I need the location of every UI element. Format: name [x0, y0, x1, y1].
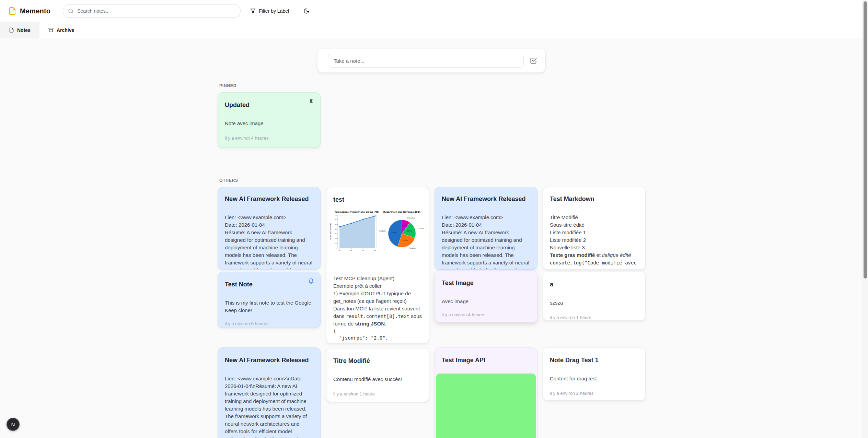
note-line: Sous-titre édité — [550, 221, 638, 229]
note-line: Liste modifiée 1 — [550, 229, 638, 236]
svg-text:60: 60 — [335, 219, 337, 221]
note-card-a[interactable]: a szsza il y a environ 1 heure — [543, 272, 646, 321]
note-card-test-image[interactable]: Test Image Avec image il y a environ 4 h… — [435, 270, 537, 322]
svg-text:Q2: Q2 — [350, 249, 352, 251]
notes-file-icon — [9, 27, 14, 33]
note-paragraph: 1) Exemple d'OUTPUT typique de get_notes… — [333, 290, 422, 305]
note-timestamp: il y a environ 4 heures — [225, 135, 313, 141]
take-a-note-input[interactable] — [328, 54, 524, 68]
svg-text:Services: Services — [409, 247, 416, 249]
note-card-test-markdown[interactable]: Test Markdown Titre Modifié Sous-titre é… — [543, 187, 646, 270]
note-card-test[interactable]: test Croissance Trimestrielle du CA (M€)… — [326, 187, 429, 344]
search-input[interactable] — [77, 8, 235, 14]
note-body: Lien: <www.example.com> Date: 2026-01-04… — [225, 214, 313, 270]
memento-file-icon — [8, 7, 16, 15]
note-body: This is my first note to test the Google… — [225, 299, 313, 314]
note-body: Lien: <www.example.com> Date: 2026-01-04… — [442, 214, 530, 270]
tab-notes[interactable]: Notes — [0, 22, 39, 38]
note-line: Liste modifiée 2 — [550, 236, 638, 244]
note-card-test-note[interactable]: Test Note This is my first note to test … — [218, 272, 321, 328]
note-timestamp: il y a environ 2 heures — [550, 391, 638, 396]
note-body: Content for drag test — [550, 375, 638, 382]
svg-text:10: 10 — [335, 242, 337, 244]
note-card-ai-framework-3[interactable]: New AI Framework Released Lien: <www.exa… — [218, 347, 321, 438]
code-block: { "jsonrpc": "2.0", "id": 4,… — [333, 328, 422, 344]
note-title: Test Markdown — [550, 195, 638, 203]
checkbox-icon — [530, 57, 537, 64]
note-timestamp: il y a environ 6 heures — [225, 321, 313, 326]
new-checklist-button[interactable] — [529, 56, 538, 66]
note-card-ai-framework-1[interactable]: New AI Framework Released Lien: <www.exa… — [218, 187, 321, 270]
filter-by-label-button[interactable]: Filter by Label — [247, 5, 292, 16]
moon-icon — [303, 8, 310, 14]
svg-text:40: 40 — [335, 228, 337, 230]
note-title: test — [333, 196, 422, 204]
svg-text:25.0%: 25.0% — [403, 240, 408, 241]
svg-text:10.0%: 10.0% — [402, 225, 407, 227]
avatar-initial: N — [11, 422, 15, 427]
note-title: New AI Framework Released — [442, 195, 530, 203]
scrollbar-thumb[interactable] — [864, 1, 867, 279]
search-box[interactable] — [63, 4, 241, 18]
note-image-green[interactable] — [436, 374, 536, 438]
tab-archive-label: Archive — [57, 27, 74, 33]
note-title: Note Drag Test 1 — [550, 356, 638, 365]
others-section-label: OTHERS — [219, 178, 238, 183]
note-body: Contenu modifié avec succès! — [333, 376, 422, 383]
tab-archive[interactable]: Archive — [39, 22, 83, 38]
svg-text:Produits: Produits — [379, 230, 386, 232]
app-logo: Memento — [8, 7, 50, 15]
pinned-section-label: PINNED — [219, 83, 236, 88]
note-timestamp: il y a environ 1 heure — [333, 391, 422, 396]
note-card-test-image-api[interactable]: Test Image API — [435, 347, 537, 438]
svg-text:Répartition des Revenus 2024: Répartition des Revenus 2024 — [383, 211, 421, 213]
archive-box-icon — [48, 27, 54, 33]
search-icon — [68, 8, 74, 14]
note-body: szsza — [550, 299, 638, 307]
note-timestamp: il y a environ 4 heures — [442, 312, 530, 317]
note-title: New AI Framework Released — [225, 356, 313, 365]
note-card-updated[interactable]: Updated Note avec image il y a environ 4… — [218, 92, 321, 148]
note-card-ai-framework-2[interactable]: New AI Framework Released Lien: <www.exa… — [435, 187, 537, 270]
note-title: Updated — [225, 101, 313, 109]
svg-text:Q1: Q1 — [338, 249, 340, 251]
note-paragraph: Test MCP Cleanup (Agent) — Exemple prêt … — [333, 275, 422, 290]
filter-funnel-icon — [250, 8, 256, 14]
svg-text:Licences: Licences — [418, 228, 425, 229]
notes-board: PINNED OTHERS Updated Note avec image il… — [0, 38, 868, 438]
svg-text:45.0%: 45.0% — [392, 232, 396, 233]
scrollbar-track[interactable] — [863, 0, 868, 438]
note-line: Texte gras modifié et italique édité — [550, 251, 638, 259]
note-title: New AI Framework Released — [225, 195, 313, 203]
view-tabs: Notes Archive — [0, 22, 868, 38]
svg-text:30: 30 — [335, 233, 337, 235]
note-body: Note avec image — [225, 120, 313, 127]
svg-text:70: 70 — [335, 214, 337, 216]
note-card-note-drag-test-1[interactable]: Note Drag Test 1 Content for drag test i… — [543, 347, 646, 401]
note-timestamp: il y a environ 1 heure — [550, 315, 638, 320]
svg-text:0: 0 — [336, 247, 337, 249]
dark-mode-toggle[interactable] — [301, 6, 312, 16]
svg-text:Chiffre d'Affaires (M€): Chiffre d'Affaires (M€) — [330, 223, 332, 240]
note-body: Titre Modifié Sous-titre édité Liste mod… — [550, 214, 638, 267]
bold-text: string JSON — [355, 321, 385, 327]
note-title: Test Image — [442, 279, 530, 287]
bold-text: Texte gras modifié — [550, 252, 595, 258]
note-title: Test Note — [225, 280, 313, 289]
tab-notes-label: Notes — [17, 27, 31, 33]
note-composer[interactable] — [317, 49, 545, 73]
user-avatar[interactable]: N — [7, 418, 20, 431]
note-card-titre-modifie[interactable]: Titre Modifié Contenu modifié avec succè… — [326, 348, 429, 402]
pin-icon[interactable] — [308, 99, 314, 106]
app-title: Memento — [20, 7, 50, 15]
italic-text: italique édité — [602, 252, 631, 258]
note-body: Avec image — [442, 298, 530, 305]
note-body: Test MCP Cleanup (Agent) — Exemple prêt … — [333, 275, 422, 344]
reminder-bell-icon[interactable] — [308, 278, 314, 285]
inline-code: result.content[0].text — [346, 313, 409, 319]
note-title: Titre Modifié — [333, 357, 422, 365]
note-paragraph: Dans ton MCP, la liste revient souvent d… — [333, 305, 422, 328]
code-line: console.log("Code modifié avec succès!") — [550, 259, 638, 267]
svg-text:20.0%: 20.0% — [407, 230, 412, 232]
note-line: Titre Modifié — [550, 214, 638, 221]
